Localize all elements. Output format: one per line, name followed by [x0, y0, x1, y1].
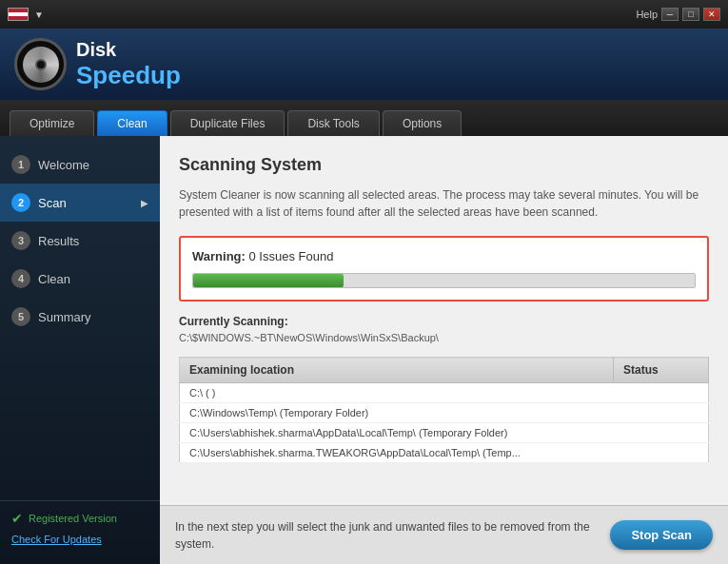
sidebar-label-results: Results	[38, 234, 148, 248]
check-circle-icon: ✔	[11, 511, 23, 526]
stop-scan-button[interactable]: Stop Scan	[610, 520, 713, 550]
close-button[interactable]: ✕	[703, 8, 720, 21]
title-bar-left: ▼	[8, 8, 44, 21]
table-cell-location: C:\ ( )	[180, 383, 614, 403]
chevron-right-icon: ▶	[141, 198, 148, 208]
tab-options[interactable]: Options	[383, 110, 462, 136]
app-logo: Disk Speedup	[14, 38, 181, 90]
sidebar-footer: ✔ Registered Version Check For Updates	[0, 500, 160, 554]
minimize-button[interactable]: ─	[661, 8, 679, 21]
app-name-disk: Disk	[76, 39, 181, 61]
sidebar-item-scan[interactable]: 2 Scan ▶	[0, 184, 160, 222]
help-label: Help	[636, 9, 658, 20]
sidebar-num-scan: 2	[11, 193, 30, 212]
location-table: Examining location Status C:\ ( ) C:\Win…	[179, 357, 709, 463]
restore-button[interactable]: □	[682, 8, 699, 21]
bottom-text: In the next step you will select the jun…	[175, 518, 603, 553]
warning-label: Warning:	[192, 249, 246, 263]
sidebar-label-scan: Scan	[38, 196, 133, 210]
sidebar-item-summary[interactable]: 5 Summary	[0, 298, 160, 336]
page-title: Scanning System	[179, 155, 709, 175]
logo-disc	[23, 47, 59, 83]
registered-label: Registered Version	[29, 513, 117, 524]
table-cell-location: C:\Users\abhishek.sharma\AppData\Local\T…	[180, 423, 614, 443]
table-cell-status	[614, 423, 709, 443]
progress-bar-fill	[193, 274, 344, 287]
tab-bar: Optimize Clean Duplicate Files Disk Tool…	[0, 100, 728, 136]
content-description: System Cleaner is now scanning all selec…	[179, 186, 709, 221]
check-updates-link[interactable]: Check For Updates	[11, 534, 148, 545]
table-cell-location: C:\Windows\Temp\ (Temporary Folder)	[180, 403, 614, 423]
tab-optimize[interactable]: Optimize	[10, 110, 94, 136]
lang-label: ▼	[34, 10, 44, 20]
app-name: Disk Speedup	[76, 39, 181, 90]
table-cell-location: C:\Users\abhishek.sharma.TWEAKORG\AppDat…	[180, 443, 614, 463]
table-cell-status	[614, 443, 709, 463]
scanning-label: Currently Scanning:	[179, 315, 709, 328]
sidebar-num-summary: 5	[11, 307, 30, 326]
sidebar-num-clean: 4	[11, 269, 30, 288]
content-body: Scanning System System Cleaner is now sc…	[160, 136, 728, 505]
logo-disc-center	[35, 59, 47, 70]
table-row: C:\Windows\Temp\ (Temporary Folder)	[180, 403, 709, 423]
bottom-bar: In the next step you will select the jun…	[160, 505, 728, 564]
sidebar-item-welcome[interactable]: 1 Welcome	[0, 146, 160, 184]
app-header: Disk Speedup	[0, 29, 728, 100]
warning-box: Warning: 0 Issues Found	[179, 236, 709, 301]
title-bar-controls: Help ─ □ ✕	[628, 8, 720, 21]
sidebar-item-clean[interactable]: 4 Clean	[0, 260, 160, 298]
sidebar-label-welcome: Welcome	[38, 158, 148, 172]
table-cell-status	[614, 403, 709, 423]
warning-value: 0 Issues Found	[248, 249, 333, 263]
sidebar-label-summary: Summary	[38, 310, 148, 324]
app-name-speedup: Speedup	[76, 61, 181, 90]
tab-duplicate-files[interactable]: Duplicate Files	[170, 110, 285, 136]
flag-icon	[8, 8, 29, 21]
sidebar-num-results: 3	[11, 231, 30, 250]
sidebar-label-clean: Clean	[38, 272, 148, 286]
main-content: 1 Welcome 2 Scan ▶ 3 Results 4 Clean 5 S…	[0, 136, 728, 564]
sidebar-num-welcome: 1	[11, 155, 30, 174]
sidebar: 1 Welcome 2 Scan ▶ 3 Results 4 Clean 5 S…	[0, 136, 160, 564]
table-cell-status	[614, 383, 709, 403]
progress-bar-container	[192, 273, 696, 288]
title-bar: ▼ Help ─ □ ✕	[0, 0, 728, 29]
content-panel: Scanning System System Cleaner is now sc…	[160, 136, 728, 564]
table-row: C:\ ( )	[180, 383, 709, 403]
logo-icon	[14, 38, 67, 90]
table-row: C:\Users\abhishek.sharma\AppData\Local\T…	[180, 423, 709, 443]
registered-version: ✔ Registered Version	[11, 511, 148, 526]
table-row: C:\Users\abhishek.sharma.TWEAKORG\AppDat…	[180, 443, 709, 463]
sidebar-item-results[interactable]: 3 Results	[0, 222, 160, 260]
scanning-path: C:\$WINDOWS.~BT\NewOS\Windows\WinSxS\Bac…	[179, 332, 709, 343]
tab-clean[interactable]: Clean	[97, 110, 167, 136]
tab-disk-tools[interactable]: Disk Tools	[287, 110, 379, 136]
col-status: Status	[614, 358, 709, 383]
col-location: Examining location	[180, 358, 614, 383]
warning-text: Warning: 0 Issues Found	[192, 249, 696, 263]
